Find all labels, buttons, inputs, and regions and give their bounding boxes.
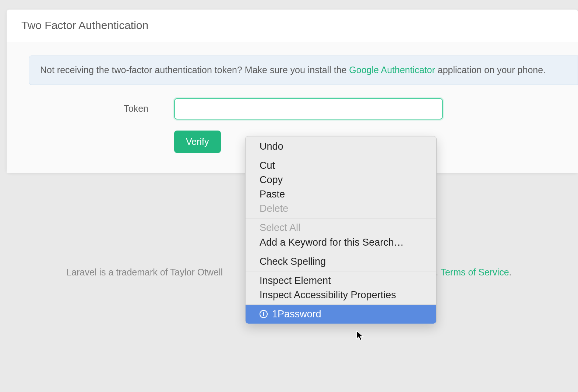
1password-icon: i	[260, 310, 268, 318]
context-menu: Undo Cut Copy Paste Delete Select All Ad…	[245, 136, 437, 324]
ctx-select-all[interactable]: Select All	[246, 221, 436, 235]
ctx-copy[interactable]: Copy	[246, 173, 436, 187]
info-alert: Not receiving the two-factor authenticat…	[29, 56, 578, 85]
token-form-row: Token	[7, 98, 578, 120]
card-title: Two Factor Authentication	[7, 10, 578, 42]
alert-text-after: application on your phone.	[435, 65, 546, 75]
ctx-inspect-accessibility[interactable]: Inspect Accessibility Properties	[246, 288, 436, 302]
ctx-cut[interactable]: Cut	[246, 158, 436, 173]
terms-of-service-link[interactable]: Terms of Service	[440, 267, 509, 277]
ctx-check-spelling[interactable]: Check Spelling	[246, 254, 436, 269]
token-label: Token	[29, 103, 174, 114]
ctx-delete[interactable]: Delete	[246, 202, 436, 216]
verify-button[interactable]: Verify	[174, 131, 221, 153]
ctx-undo[interactable]: Undo	[246, 139, 436, 154]
ctx-1password-label: 1Password	[272, 308, 321, 321]
ctx-add-keyword[interactable]: Add a Keyword for this Search…	[246, 235, 436, 250]
alert-text-before: Not receiving the two-factor authenticat…	[40, 65, 349, 75]
ctx-inspect-element[interactable]: Inspect Element	[246, 274, 436, 288]
footer-text-before: Laravel is a trademark of Taylor Otwell	[66, 267, 223, 277]
ctx-1password[interactable]: i 1Password	[246, 305, 436, 324]
footer-period: .	[509, 267, 512, 277]
ctx-paste[interactable]: Paste	[246, 187, 436, 202]
token-input[interactable]	[174, 98, 443, 120]
google-authenticator-link[interactable]: Google Authenticator	[349, 65, 435, 75]
